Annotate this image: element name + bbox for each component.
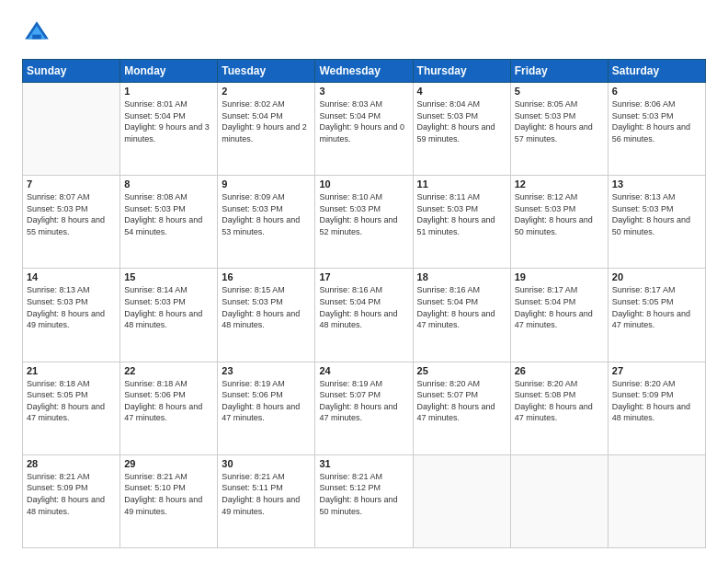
calendar-cell: 22Sunrise: 8:18 AMSunset: 5:06 PMDayligh… [120,362,218,454]
calendar-cell: 7Sunrise: 8:07 AMSunset: 5:03 PMDaylight… [23,176,120,269]
day-number: 19 [515,271,604,282]
calendar-cell [413,454,510,547]
day-number: 16 [222,271,311,282]
page: SundayMondayTuesdayWednesdayThursdayFrid… [0,0,728,563]
day-number: 27 [612,365,701,376]
calendar-cell: 31Sunrise: 8:21 AMSunset: 5:12 PMDayligh… [315,454,413,547]
day-info: Sunrise: 8:11 AMSunset: 5:03 PMDaylight:… [417,191,506,237]
day-info: Sunrise: 8:09 AMSunset: 5:03 PMDaylight:… [222,191,311,237]
day-info: Sunrise: 8:16 AMSunset: 5:04 PMDaylight:… [319,284,408,330]
day-number: 2 [222,86,311,97]
calendar-cell: 24Sunrise: 8:19 AMSunset: 5:07 PMDayligh… [315,362,413,454]
calendar-cell: 5Sunrise: 8:05 AMSunset: 5:03 PMDaylight… [510,83,608,176]
calendar-cell: 8Sunrise: 8:08 AMSunset: 5:03 PMDaylight… [120,176,218,269]
day-info: Sunrise: 8:18 AMSunset: 5:06 PMDaylight:… [124,378,213,424]
day-number: 6 [612,86,701,97]
day-info: Sunrise: 8:01 AMSunset: 5:04 PMDaylight:… [124,98,213,144]
calendar-cell: 23Sunrise: 8:19 AMSunset: 5:06 PMDayligh… [218,362,315,454]
calendar-cell: 29Sunrise: 8:21 AMSunset: 5:10 PMDayligh… [120,454,218,547]
calendar-header-row: SundayMondayTuesdayWednesdayThursdayFrid… [23,60,706,83]
day-info: Sunrise: 8:21 AMSunset: 5:10 PMDaylight:… [124,471,213,517]
day-number: 22 [124,365,213,376]
day-number: 10 [319,178,408,190]
weekday-header: Monday [120,60,218,83]
day-number: 23 [222,365,311,376]
calendar-week-row: 28Sunrise: 8:21 AMSunset: 5:09 PMDayligh… [23,454,706,547]
calendar-cell: 9Sunrise: 8:09 AMSunset: 5:03 PMDaylight… [218,176,315,269]
day-info: Sunrise: 8:08 AMSunset: 5:03 PMDaylight:… [124,191,213,237]
day-number: 4 [417,86,506,97]
day-info: Sunrise: 8:21 AMSunset: 5:12 PMDaylight:… [319,471,408,517]
calendar-cell: 21Sunrise: 8:18 AMSunset: 5:05 PMDayligh… [23,362,120,454]
day-info: Sunrise: 8:20 AMSunset: 5:07 PMDaylight:… [417,378,506,424]
day-number: 17 [319,271,408,282]
day-number: 3 [319,86,408,97]
weekday-header: Sunday [23,60,120,83]
day-info: Sunrise: 8:03 AMSunset: 5:04 PMDaylight:… [319,98,408,144]
day-number: 11 [417,178,506,190]
day-number: 20 [612,271,701,282]
calendar-cell: 3Sunrise: 8:03 AMSunset: 5:04 PMDaylight… [315,83,413,176]
day-info: Sunrise: 8:21 AMSunset: 5:11 PMDaylight:… [222,471,311,517]
calendar-cell: 19Sunrise: 8:17 AMSunset: 5:04 PMDayligh… [510,269,608,362]
day-info: Sunrise: 8:18 AMSunset: 5:05 PMDaylight:… [27,378,116,424]
day-number: 7 [27,178,116,190]
calendar-cell: 1Sunrise: 8:01 AMSunset: 5:04 PMDaylight… [120,83,218,176]
day-number: 13 [612,178,701,190]
day-number: 15 [124,271,213,282]
day-number: 8 [124,178,213,190]
calendar-cell [23,83,120,176]
weekday-header: Wednesday [315,60,413,83]
day-number: 1 [124,86,213,97]
calendar-cell: 28Sunrise: 8:21 AMSunset: 5:09 PMDayligh… [23,454,120,547]
calendar-week-row: 1Sunrise: 8:01 AMSunset: 5:04 PMDaylight… [23,83,706,176]
day-number: 26 [515,365,604,376]
logo-icon [22,18,51,48]
day-info: Sunrise: 8:15 AMSunset: 5:03 PMDaylight:… [222,284,311,330]
day-info: Sunrise: 8:07 AMSunset: 5:03 PMDaylight:… [27,191,116,237]
logo [22,18,55,48]
day-info: Sunrise: 8:05 AMSunset: 5:03 PMDaylight:… [515,98,604,144]
day-info: Sunrise: 8:19 AMSunset: 5:07 PMDaylight:… [319,378,408,424]
calendar-cell: 12Sunrise: 8:12 AMSunset: 5:03 PMDayligh… [510,176,608,269]
calendar-week-row: 21Sunrise: 8:18 AMSunset: 5:05 PMDayligh… [23,362,706,454]
calendar-week-row: 14Sunrise: 8:13 AMSunset: 5:03 PMDayligh… [23,269,706,362]
calendar-cell: 30Sunrise: 8:21 AMSunset: 5:11 PMDayligh… [218,454,315,547]
svg-rect-2 [32,35,41,40]
day-info: Sunrise: 8:04 AMSunset: 5:03 PMDaylight:… [417,98,506,144]
calendar-cell: 11Sunrise: 8:11 AMSunset: 5:03 PMDayligh… [413,176,510,269]
calendar-cell: 27Sunrise: 8:20 AMSunset: 5:09 PMDayligh… [608,362,705,454]
day-number: 24 [319,365,408,376]
calendar-cell: 13Sunrise: 8:13 AMSunset: 5:03 PMDayligh… [608,176,705,269]
day-number: 9 [222,178,311,190]
calendar-cell: 20Sunrise: 8:17 AMSunset: 5:05 PMDayligh… [608,269,705,362]
calendar-cell: 26Sunrise: 8:20 AMSunset: 5:08 PMDayligh… [510,362,608,454]
day-number: 12 [515,178,604,190]
calendar-cell: 4Sunrise: 8:04 AMSunset: 5:03 PMDaylight… [413,83,510,176]
day-info: Sunrise: 8:12 AMSunset: 5:03 PMDaylight:… [515,191,604,237]
day-info: Sunrise: 8:17 AMSunset: 5:04 PMDaylight:… [515,284,604,330]
weekday-header: Saturday [608,60,705,83]
weekday-header: Tuesday [218,60,315,83]
day-number: 28 [27,458,116,469]
day-number: 5 [515,86,604,97]
calendar-cell [608,454,705,547]
day-info: Sunrise: 8:19 AMSunset: 5:06 PMDaylight:… [222,378,311,424]
calendar-table: SundayMondayTuesdayWednesdayThursdayFrid… [22,59,706,548]
day-info: Sunrise: 8:20 AMSunset: 5:09 PMDaylight:… [612,378,701,424]
calendar-week-row: 7Sunrise: 8:07 AMSunset: 5:03 PMDaylight… [23,176,706,269]
day-info: Sunrise: 8:02 AMSunset: 5:04 PMDaylight:… [222,98,311,144]
day-number: 30 [222,458,311,469]
day-number: 21 [27,365,116,376]
weekday-header: Thursday [413,60,510,83]
day-number: 14 [27,271,116,282]
calendar-cell: 25Sunrise: 8:20 AMSunset: 5:07 PMDayligh… [413,362,510,454]
weekday-header: Friday [510,60,608,83]
calendar-cell: 10Sunrise: 8:10 AMSunset: 5:03 PMDayligh… [315,176,413,269]
calendar-cell: 15Sunrise: 8:14 AMSunset: 5:03 PMDayligh… [120,269,218,362]
calendar-cell: 14Sunrise: 8:13 AMSunset: 5:03 PMDayligh… [23,269,120,362]
calendar-cell: 2Sunrise: 8:02 AMSunset: 5:04 PMDaylight… [218,83,315,176]
day-info: Sunrise: 8:10 AMSunset: 5:03 PMDaylight:… [319,191,408,237]
day-info: Sunrise: 8:17 AMSunset: 5:05 PMDaylight:… [612,284,701,330]
header [22,18,706,48]
